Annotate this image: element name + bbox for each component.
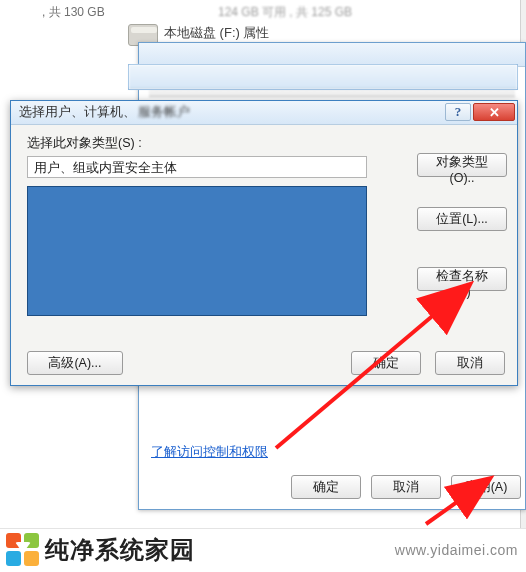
object-names-input[interactable] xyxy=(27,186,367,316)
brand-logo-icon xyxy=(6,533,39,566)
advanced-button[interactable]: 高级(A)... xyxy=(27,351,123,375)
brand-url: www.yidaimei.com xyxy=(395,542,518,558)
help-link[interactable]: 了解访问控制和权限 xyxy=(151,443,268,461)
object-type-field: 用户、组或内置安全主体 xyxy=(27,156,367,178)
titlebar-help-button[interactable]: ? xyxy=(445,103,471,121)
locations-button[interactable]: 位置(L)... xyxy=(417,207,507,231)
properties-apply-button[interactable]: 应用(A) xyxy=(451,475,521,499)
dialog-title-extra: 服务帐户 xyxy=(138,104,190,121)
watermark-footer: 纯净系统家园 www.yidaimei.com xyxy=(0,529,526,572)
check-names-button[interactable]: 检查名称(C) xyxy=(417,267,507,291)
storage-other-text: 124 GB 可用 , 共 125 GB xyxy=(218,4,352,21)
object-types-button[interactable]: 对象类型(O).. xyxy=(417,153,507,177)
select-users-titlebar[interactable]: 选择用户、计算机、 服务帐户 ? ✕ xyxy=(11,101,517,125)
titlebar-close-button[interactable]: ✕ xyxy=(473,103,515,121)
properties-cancel-button[interactable]: 取消 xyxy=(371,475,441,499)
hidden-window-strip xyxy=(128,64,518,90)
properties-ok-button[interactable]: 确定 xyxy=(291,475,361,499)
select-ok-button[interactable]: 确定 xyxy=(351,351,421,375)
select-cancel-button[interactable]: 取消 xyxy=(435,351,505,375)
object-type-label: 选择此对象类型(S) : xyxy=(27,135,505,152)
drive-label: 本地磁盘 (F:) 属性 xyxy=(164,24,269,42)
brand-name: 纯净系统家园 xyxy=(45,534,195,566)
storage-summary-text: , 共 130 GB xyxy=(42,4,105,21)
dialog-title: 选择用户、计算机、 xyxy=(19,104,136,121)
select-users-dialog: 选择用户、计算机、 服务帐户 ? ✕ 选择此对象类型(S) : 用户、组或内置安… xyxy=(10,100,518,386)
